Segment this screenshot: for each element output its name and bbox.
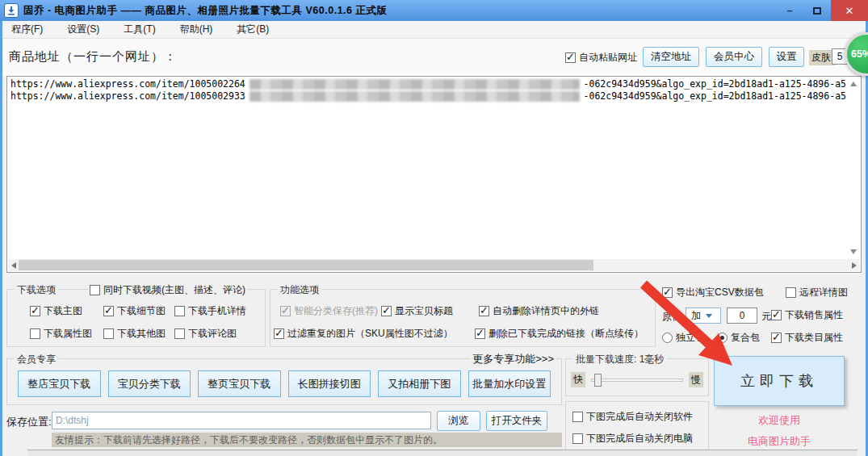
url-suffix: -062c9434d959&algo_exp_id=2bd18ad1-a125-… [584,78,846,90]
checkbox-label: 下载评论图 [188,327,237,341]
combined-package-radio[interactable]: 复合包 [717,331,760,345]
whole-page-download-button[interactable]: 整页宝贝下载 [198,370,281,397]
close-button[interactable]: ✕ [831,0,868,21]
chevron-down-icon [706,314,712,318]
download-now-button[interactable]: 立即下载 [714,356,845,406]
long-image-splice-button[interactable]: 长图拼接切图 [288,370,371,397]
scroll-up-icon[interactable] [850,82,857,86]
checkbox-label: 下载属性图 [44,327,92,341]
scrollbar-thumb[interactable] [19,260,593,270]
export-options: 导出淘宝CSV数据包 远程详情图 原价 加 0 元 下载销售属性 独立包 复合包… [659,282,868,350]
sales-attr-checkbox[interactable]: 下载销售属性 [771,308,843,322]
dropdown-value: 加 [691,309,701,323]
group-legend: 批量下载速度: 1毫秒 [572,353,667,366]
export-csv-checkbox[interactable]: 导出淘宝CSV数据包 [662,286,764,299]
save-path-input[interactable] [52,412,431,429]
download-main-image-checkbox[interactable]: 下载主图 [30,304,82,318]
slider-thumb[interactable] [594,374,602,387]
checkbox-label: 同时下载视频(主图、描述、评论) [103,283,245,297]
checkbox-icon [90,285,100,295]
download-detail-image-checkbox[interactable]: 下载细节图 [103,304,166,318]
window-title: 固乔 - 电商图片助手 —— 商品图片、相册照片批量下载工具 V60.0.1.6… [23,4,388,18]
menu-program[interactable]: 程序(F) [8,21,46,38]
menu-tools[interactable]: 工具(T) [120,21,158,38]
price-value-input[interactable]: 0 [727,307,757,324]
redacted-url-blur [249,79,580,90]
menu-other[interactable]: 其它(B) [233,21,272,38]
checkbox-label: 下载销售属性 [785,308,843,322]
checkbox-label: 下载类目属性 [785,331,843,345]
radio-label: 独立包 [676,331,705,345]
download-arrow-icon [6,6,16,15]
remove-external-links-checkbox[interactable]: 自动删除详情页中的外链 [479,304,599,318]
download-review-image-checkbox[interactable]: 下载评论图 [174,327,237,341]
checkbox-icon [381,306,392,316]
checkbox-label: 下载细节图 [117,304,166,318]
maximize-button[interactable] [803,0,831,21]
header: 商品地址（一行一个网址）： 自动粘贴网址 清空地址 会员中心 设置 皮肤: 5 [2,39,866,76]
vip-buttons-row: 整店宝贝下载 宝贝分类下载 整页宝贝下载 长图拼接切图 又拍相册下图 批量加水印… [18,370,551,397]
price-op-dropdown[interactable]: 加 [686,307,721,324]
show-title-checkbox[interactable]: 显示宝贝标题 [381,304,453,318]
checkbox-label: 删除已下载完成的链接（断点续传） [489,327,644,341]
menu-help[interactable]: 帮助(H) [177,21,216,38]
checkbox-label: 下图完成后自动关闭电脑 [586,432,693,446]
checkbox-icon [475,328,485,339]
checkbox-label: 智能分类保存(推荐) [294,304,378,318]
price-label: 原价 [662,310,681,324]
auto-paste-checkbox[interactable]: 自动粘贴网址 [565,51,637,65]
member-center-button[interactable]: 会员中心 [706,47,762,67]
redacted-url-blur [249,91,580,102]
remote-detail-checkbox[interactable]: 远程详情图 [786,286,848,299]
scroll-down-icon[interactable] [850,249,857,254]
scroll-left-icon[interactable] [11,262,16,269]
clear-urls-button[interactable]: 清空地址 [643,47,699,67]
minimize-button[interactable]: – [776,0,803,21]
whole-store-download-button[interactable]: 整店宝贝下载 [18,370,101,397]
speed-slider-row: 快 慢 [571,372,703,387]
single-package-radio[interactable]: 独立包 [662,331,705,345]
welcome-text-line1: 欢迎使用 [714,413,845,428]
checkbox-label: 显示宝贝标题 [395,304,453,318]
remove-finished-links-checkbox[interactable]: 删除已下载完成的链接（断点续传） [475,327,644,341]
checkbox-icon [174,306,185,316]
fast-label: 快 [571,372,585,387]
radio-icon [717,333,728,343]
horizontal-scrollbar[interactable] [8,259,860,271]
checkbox-icon [30,306,40,316]
scroll-right-icon[interactable] [852,262,857,269]
app-window: 固乔 - 电商图片助手 —— 商品图片、相册照片批量下载工具 V60.0.1.6… [0,0,868,456]
checkbox-icon [274,328,284,339]
download-mobile-detail-checkbox[interactable]: 下载手机详情 [174,304,246,318]
group-legend: 功能选项 [277,283,322,297]
url-list-textarea[interactable]: https://www.aliexpress.com/item/10050022… [6,76,862,273]
yupoo-album-download-button[interactable]: 又拍相册下图 [378,370,461,397]
checkbox-icon [30,328,40,339]
speed-slider[interactable] [591,379,683,382]
checkbox-icon [786,287,796,298]
auto-close-app-checkbox[interactable]: 下图完成后自动关闭软件 [572,410,693,424]
category-attr-checkbox[interactable]: 下载类目属性 [771,331,843,345]
radio-label: 复合包 [731,331,760,345]
filter-duplicate-images-checkbox[interactable]: 过滤重复的图片（SKU属性图不过滤） [274,327,453,341]
settings-button[interactable]: 设置 [769,47,804,67]
browse-button[interactable]: 浏览 [437,411,480,431]
auto-shutdown-pc-checkbox[interactable]: 下图完成后自动关闭电脑 [572,432,693,446]
download-other-image-checkbox[interactable]: 下载其他图 [103,327,166,341]
vip-features-group: 会员专享 更多专享功能>>> 整店宝贝下载 宝贝分类下载 整页宝贝下载 长图拼接… [6,358,562,405]
url-suffix: -062c9434d959&algo_exp_id=2bd18ad1-a125-… [584,90,846,102]
menu-settings[interactable]: 设置(S) [64,21,103,38]
open-folder-button[interactable]: 打开文件夹 [486,411,547,431]
checkbox-label: 下载其他图 [117,327,166,341]
more-vip-features-link[interactable]: 更多专享功能>>> [470,352,556,366]
batch-watermark-button[interactable]: 批量加水印设置 [468,370,551,397]
maximize-icon [813,7,821,15]
category-download-button[interactable]: 宝贝分类下载 [108,370,191,397]
download-video-checkbox[interactable]: 同时下载视频(主图、描述、评论) [88,283,247,297]
url-prefix: https://www.aliexpress.com/item/10050022… [10,78,245,90]
app-logo-icon [4,3,19,18]
window-controls: – ✕ [776,0,868,21]
download-attr-image-checkbox[interactable]: 下载属性图 [30,327,92,341]
checkbox-icon [280,306,291,316]
auto-paste-label: 自动粘贴网址 [579,51,637,65]
